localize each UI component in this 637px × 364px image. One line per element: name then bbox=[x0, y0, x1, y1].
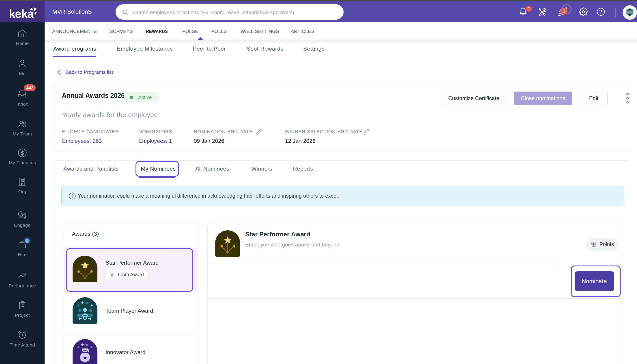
svg-text:RPM: RPM bbox=[627, 11, 632, 14]
svg-text:keka: keka bbox=[9, 8, 34, 20]
